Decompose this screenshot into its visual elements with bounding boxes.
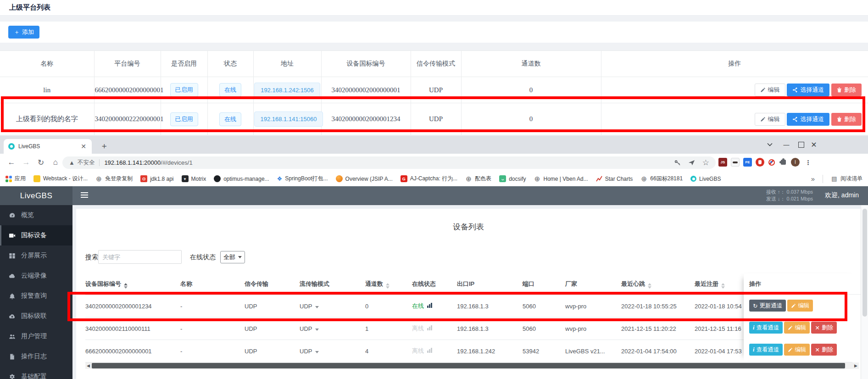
extension-fe-icon[interactable]: FE (743, 158, 752, 167)
add-platform-button[interactable]: ＋ 添加 (8, 26, 39, 39)
new-tab-button[interactable]: ＋ (98, 140, 110, 152)
col-channels[interactable]: 通道数 (365, 273, 412, 295)
jsip-icon (336, 175, 343, 182)
vertical-scrollbar-thumb[interactable] (862, 209, 867, 317)
delete-button[interactable]: 删除 (831, 84, 862, 96)
platform-table: 名称 平台编号 是否启用 状态 地址 设备国标编号 信令传输模式 通道数 操作 … (0, 50, 868, 135)
select-channel-button[interactable]: 选择通道 (787, 84, 829, 96)
chevron-down-icon (315, 329, 319, 331)
window-close-button[interactable]: ✕ (807, 139, 820, 150)
delete-label: 删除 (844, 86, 856, 94)
sidebar-item-gb-devices[interactable]: 国标设备 (0, 225, 72, 245)
tab-close-icon[interactable]: ✕ (80, 143, 87, 150)
stream-mode-dropdown[interactable]: UDP (300, 295, 365, 318)
recv-stat: 接收 ↑： 0.037 Mbps (766, 189, 813, 195)
sidebar-item-basic-config[interactable]: 基础配置 (0, 367, 72, 379)
browser-menu-icon[interactable]: ⋮ (804, 158, 812, 167)
bookmark-jdk-api[interactable]: O jdk1.8 api (140, 175, 173, 182)
home-button[interactable]: ⌂ (50, 156, 61, 168)
send-icon[interactable] (688, 159, 695, 166)
view-channels-button[interactable]: i 查看通道 (749, 322, 783, 334)
bookmark-apps[interactable]: 应用 (6, 175, 26, 183)
browser-tab-livegbs[interactable]: LiveGBS ✕ (4, 139, 92, 154)
horizontal-scrollbar[interactable]: ◀ ▶ (85, 362, 859, 369)
col-transport: 信令传输模式 (411, 51, 461, 77)
window-maximize-button[interactable] (795, 139, 807, 150)
livegbs-logo[interactable]: LiveGBS (0, 186, 72, 205)
device-row: 34020000002110000111 - UDP UDP 1 离线 192.… (85, 318, 852, 340)
add-button-label: 添加 (22, 28, 34, 36)
bookmark-star-charts[interactable]: Star Charts (596, 176, 633, 182)
bookmark-star-icon[interactable]: ☆ (702, 158, 709, 167)
bookmark-springboot[interactable]: ❖ SpringBoot打包... (277, 175, 328, 183)
bookmark-docsify[interactable]: ᴗ docsify (499, 175, 526, 182)
springboot-icon: ❖ (277, 175, 283, 182)
bookmark-webstack[interactable]: Webstack - 设计... (33, 175, 88, 183)
bookmark-aj-captcha[interactable]: G AJ-Captcha: 行为... (401, 175, 457, 183)
sort-icon[interactable] (386, 283, 389, 289)
sidebar-item-overview[interactable]: 概览 (0, 205, 72, 225)
bar-chart-icon[interactable] (427, 303, 432, 308)
sort-icon[interactable] (124, 283, 128, 289)
col-last-heartbeat[interactable]: 最近心跳 (621, 273, 695, 295)
select-channel-button[interactable]: 选择通道 (787, 113, 829, 126)
col-device-gbid[interactable]: 设备国标编号 (85, 273, 180, 295)
profile-avatar[interactable]: I (791, 158, 800, 167)
key-icon[interactable] (674, 159, 681, 166)
extension-stop-hand-icon[interactable] (756, 158, 764, 167)
bookmark-livegbs[interactable]: LiveGBS (690, 176, 721, 182)
forward-button[interactable]: → (20, 156, 32, 168)
delete-device-button[interactable]: ✕ 删除 (811, 322, 836, 334)
window-minimize-button[interactable]: — (780, 139, 793, 150)
sidebar-item-operation-log[interactable]: 操作日志 (0, 346, 72, 367)
welcome-user[interactable]: 欢迎, admin (825, 191, 859, 200)
bookmark-color-table[interactable]: ⊕ 配色表 (465, 175, 491, 183)
reading-list-button[interactable]: ▤ 阅读清单 (831, 175, 862, 183)
sort-icon[interactable] (648, 283, 651, 289)
device-name: - (180, 295, 245, 318)
online-status-select[interactable]: 全部 (220, 251, 245, 263)
channel-count: 0 (461, 77, 601, 103)
tab-search-chevron-icon[interactable] (763, 139, 776, 150)
extension-jsonview-icon[interactable]: JS (718, 158, 727, 167)
back-button[interactable]: ← (6, 156, 17, 168)
oracle-icon: O (140, 175, 147, 182)
sidebar-item-gb-cascade[interactable]: 国标级联 (0, 306, 72, 326)
edit-device-button[interactable]: 编辑 (784, 344, 810, 356)
sidebar-item-alarm-query[interactable]: 报警查询 (0, 286, 72, 306)
delete-button[interactable]: 删除 (831, 113, 862, 126)
extension-adblock-icon[interactable] (767, 158, 776, 167)
stream-mode-dropdown[interactable]: UDP (300, 318, 365, 340)
scroll-right-arrow-icon[interactable]: ▶ (854, 363, 857, 368)
edit-button[interactable]: 编辑 (755, 113, 785, 126)
sort-icon[interactable] (721, 283, 725, 289)
edit-device-button[interactable]: 编辑 (787, 300, 813, 312)
scroll-left-arrow-icon[interactable]: ◀ (87, 363, 90, 368)
vertical-scrollbar[interactable] (861, 205, 868, 379)
extension-incognito-icon[interactable] (731, 158, 740, 167)
edit-device-button[interactable]: 编辑 (784, 322, 810, 334)
reload-button[interactable]: ↻ (35, 156, 47, 168)
update-channels-button[interactable]: ↻ 更新通道 (749, 300, 786, 312)
sidebar-item-split-screen[interactable]: 分屏展示 (0, 245, 72, 266)
address-bar[interactable]: ▲ 不安全 192.168.1.141:20000 /#/devices/1 ☆ (62, 156, 716, 169)
view-channels-button[interactable]: i 查看通道 (749, 344, 783, 356)
search-input[interactable] (98, 250, 182, 264)
bookmark-optimus-manage[interactable]: optimus-manage... (214, 175, 269, 182)
extensions-puzzle-icon[interactable] (779, 158, 788, 167)
bookmark-vben-admin[interactable]: ⊕ Home | Vben Ad... (534, 175, 588, 182)
bookmark-motrix[interactable]: ▾ Motrix (182, 175, 206, 182)
sidebar-item-cloud-record[interactable]: 云端录像 (0, 266, 72, 286)
bookmark-jsip-overview[interactable]: Overview (JSIP A... (336, 175, 393, 182)
delete-device-button[interactable]: ✕ 删除 (811, 344, 836, 356)
edit-button[interactable]: 编辑 (755, 84, 785, 96)
bookmark-gb28181[interactable]: ⊕ 66国标28181 (640, 175, 683, 183)
bookmarks-overflow-chevron[interactable]: » (811, 175, 815, 183)
sidebar-item-user-management[interactable]: 用户管理 (0, 326, 72, 346)
bookmark-nologin-copy[interactable]: ⊕ 免登录复制 (95, 175, 133, 183)
captcha-icon: G (401, 175, 407, 182)
sidebar-toggle-hamburger-icon[interactable] (81, 192, 88, 198)
col-operations: 操作 (601, 51, 868, 77)
stream-mode-dropdown[interactable]: UDP (300, 340, 365, 362)
horizontal-scrollbar-thumb[interactable] (92, 363, 845, 368)
